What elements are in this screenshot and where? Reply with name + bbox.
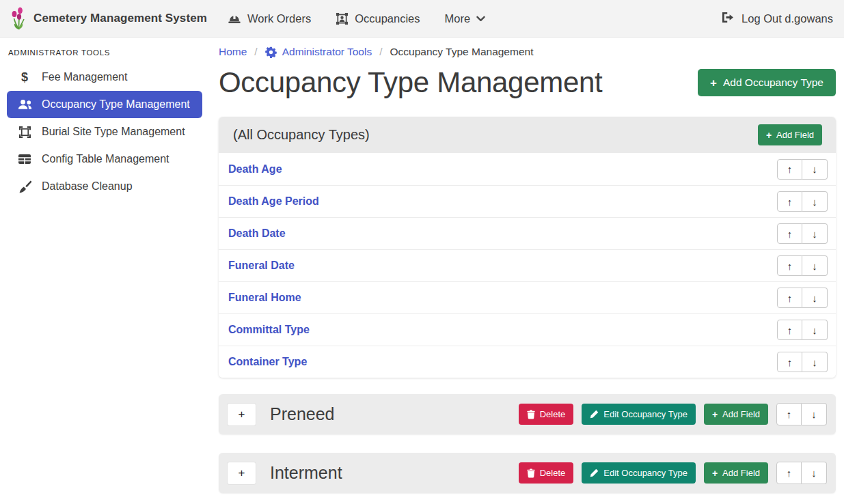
move-up-button[interactable]: ↑ — [777, 288, 802, 308]
reorder-buttons: ↑ ↓ — [777, 352, 828, 372]
move-down-button[interactable]: ↓ — [802, 462, 827, 484]
delete-button[interactable]: Delete — [519, 462, 574, 484]
add-field-label: Add Field — [722, 468, 760, 478]
add-occupancy-type-button[interactable]: + Add Occupancy Type — [698, 69, 836, 96]
move-up-button[interactable]: ↑ — [776, 462, 802, 484]
nav-label-occupancies: Occupancies — [355, 12, 420, 25]
field-row: Death Date ↑ ↓ — [219, 217, 836, 249]
plus-icon: + — [712, 468, 718, 478]
field-row: Funeral Home ↑ ↓ — [219, 281, 836, 313]
edit-occupancy-type-label: Edit Occupancy Type — [603, 409, 688, 419]
nav-item-work-orders[interactable]: Work Orders — [228, 12, 311, 25]
move-up-button[interactable]: ↑ — [777, 352, 802, 372]
title-row: Occupancy Type Management + Add Occupanc… — [219, 66, 836, 99]
edit-occupancy-type-button[interactable]: Edit Occupancy Type — [582, 404, 696, 425]
sidebar-item-label: Fee Management — [42, 71, 127, 83]
card-title: (All Occupancy Types) — [233, 127, 370, 143]
field-row: Container Type ↑ ↓ — [219, 346, 836, 378]
move-up-button[interactable]: ↑ — [777, 320, 802, 340]
add-field-button[interactable]: + Add Field — [704, 404, 768, 425]
move-down-button[interactable]: ↓ — [802, 320, 828, 340]
field-row: Committal Type ↑ ↓ — [219, 313, 836, 346]
nav-label-more: More — [445, 12, 471, 25]
sidebar-item-burial-site-type-management[interactable]: Burial Site Type Management — [0, 118, 205, 145]
add-field-button[interactable]: + Add Field — [704, 462, 768, 484]
dollar-icon: $ — [16, 71, 33, 83]
tulip-logo-icon — [11, 6, 27, 31]
section-actions: Delete Edit Occupancy Type + Add Field ↑… — [519, 462, 827, 484]
breadcrumb-admin-tools-label: Administrator Tools — [282, 46, 372, 58]
logout-icon — [721, 12, 735, 26]
field-link-funeral-date[interactable]: Funeral Date — [228, 260, 295, 272]
move-down-button[interactable]: ↓ — [802, 288, 828, 308]
delete-label: Delete — [540, 409, 566, 419]
sidebar-item-config-table-management[interactable]: Config Table Management — [0, 145, 205, 173]
nav-item-more[interactable]: More — [445, 12, 486, 25]
main-content: Home / Administrator Tools / Occupancy T… — [219, 38, 836, 493]
move-up-button[interactable]: ↑ — [777, 159, 802, 180]
gear-icon — [265, 46, 277, 58]
pencil-icon — [590, 468, 599, 477]
reorder-buttons: ↑ ↓ — [777, 288, 828, 308]
sidebar-item-database-cleanup[interactable]: Database Cleanup — [0, 173, 205, 200]
edit-occupancy-type-label: Edit Occupancy Type — [603, 468, 688, 478]
app-brand[interactable]: Cemetery Management System — [11, 6, 207, 31]
move-up-button[interactable]: ↑ — [777, 255, 802, 276]
sidebar-heading: ADMINISTRATOR TOOLS — [0, 38, 205, 64]
sidebar-item-label: Burial Site Type Management — [42, 126, 185, 138]
trash-icon — [527, 410, 535, 419]
move-down-button[interactable]: ↓ — [802, 191, 828, 212]
sidebar-item-fee-management[interactable]: $ Fee Management — [0, 64, 205, 91]
person-frame-icon — [336, 12, 349, 25]
breadcrumb-separator: / — [379, 46, 382, 58]
expand-button[interactable]: + — [228, 462, 256, 484]
field-link-death-age[interactable]: Death Age — [228, 163, 282, 176]
move-down-button[interactable]: ↓ — [802, 223, 828, 244]
breadcrumb-current: Occupancy Type Management — [390, 46, 534, 58]
field-link-death-date[interactable]: Death Date — [228, 227, 286, 240]
trash-icon — [527, 468, 535, 478]
move-down-button[interactable]: ↓ — [802, 352, 828, 372]
top-navbar: Cemetery Management System Work Orders — [0, 0, 844, 38]
sidebar-item-label: Database Cleanup — [42, 180, 133, 193]
reorder-buttons: ↑ ↓ — [777, 320, 828, 340]
plus-icon: + — [710, 77, 717, 89]
logout-button[interactable]: Log Out d.gowans — [721, 12, 833, 26]
move-down-button[interactable]: ↓ — [802, 255, 828, 276]
add-occupancy-type-label: Add Occupancy Type — [723, 76, 823, 89]
page-title: Occupancy Type Management — [219, 66, 602, 99]
table-icon — [16, 154, 33, 165]
field-link-death-age-period[interactable]: Death Age Period — [228, 195, 319, 208]
delete-label: Delete — [540, 468, 566, 478]
field-link-funeral-home[interactable]: Funeral Home — [228, 292, 301, 304]
field-link-committal-type[interactable]: Committal Type — [228, 324, 310, 336]
field-row: Death Age Period ↑ ↓ — [219, 185, 836, 217]
sidebar-item-occupancy-type-management[interactable]: Occupancy Type Management — [7, 91, 202, 118]
breadcrumb-home-link[interactable]: Home — [219, 46, 247, 58]
move-up-button[interactable]: ↑ — [777, 191, 802, 212]
reorder-buttons: ↑ ↓ — [776, 403, 827, 425]
add-field-button[interactable]: + Add Field — [758, 124, 822, 145]
section-actions: Delete Edit Occupancy Type + Add Field ↑… — [519, 403, 827, 425]
field-row: Death Age ↑ ↓ — [219, 153, 836, 185]
chevron-down-icon — [476, 16, 485, 22]
move-up-button[interactable]: ↑ — [776, 403, 802, 425]
move-down-button[interactable]: ↓ — [802, 403, 827, 425]
expand-button[interactable]: + — [228, 404, 256, 425]
edit-occupancy-type-button[interactable]: Edit Occupancy Type — [582, 462, 696, 484]
breadcrumb-admin-tools-link[interactable]: Administrator Tools — [265, 46, 372, 58]
card-header: (All Occupancy Types) + Add Field — [219, 117, 836, 153]
sidebar-item-label: Config Table Management — [42, 153, 169, 165]
section-preneed: + Preneed Delete Edit — [219, 394, 836, 434]
broom-icon — [16, 180, 33, 193]
nav-item-occupancies[interactable]: Occupancies — [336, 12, 420, 25]
move-down-button[interactable]: ↓ — [802, 159, 828, 180]
plus-icon: + — [712, 410, 718, 419]
breadcrumb: Home / Administrator Tools / Occupancy T… — [219, 38, 836, 58]
field-link-container-type[interactable]: Container Type — [228, 356, 307, 368]
sidebar: ADMINISTRATOR TOOLS $ Fee Management Occ… — [0, 38, 205, 504]
move-up-button[interactable]: ↑ — [777, 223, 802, 244]
app-title: Cemetery Management System — [33, 12, 207, 25]
logout-label: Log Out d.gowans — [741, 12, 833, 25]
delete-button[interactable]: Delete — [519, 404, 574, 425]
